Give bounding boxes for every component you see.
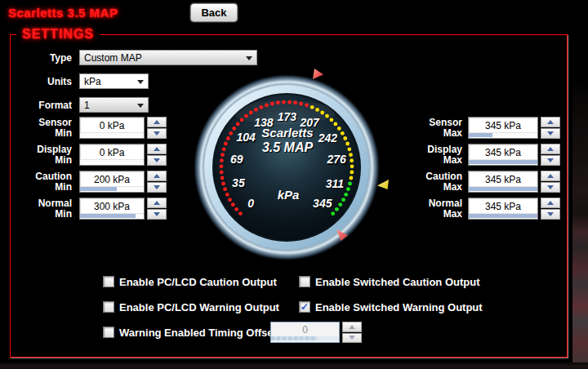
gauge-dot [220, 158, 224, 162]
gauge-dot [320, 111, 324, 115]
caution-min-field[interactable]: 200 kPa [79, 171, 145, 193]
gauge-scale-label: 345 [313, 197, 332, 210]
gauge-title-line2: 3.5 MAP [262, 140, 314, 154]
timing-offset-checkbox[interactable] [103, 327, 114, 338]
gauge-scale-label: 242 [318, 131, 338, 144]
gauge-dot [337, 127, 341, 131]
spinner-up-button[interactable] [541, 171, 560, 181]
sensor-min-label: Sensor Min [23, 118, 72, 139]
gauge-dot [331, 211, 335, 216]
caution-min-label: Caution Min [23, 171, 72, 193]
gauge-dot [287, 100, 292, 104]
gauge-dot [344, 193, 348, 197]
spinner-down-button[interactable] [541, 209, 560, 220]
display-max-field[interactable]: 345 kPa [468, 144, 538, 166]
gauge-dot [265, 103, 269, 107]
switched-caution-checkbox[interactable] [299, 276, 310, 287]
spinner-down-button[interactable] [541, 155, 560, 166]
spinner-down-button[interactable] [147, 209, 167, 220]
spinner-down-button[interactable] [342, 333, 362, 344]
gauge-dot [310, 105, 314, 109]
normal-max-field[interactable]: 345 kPa [468, 198, 538, 220]
pc-lcd-caution-checkbox[interactable] [103, 276, 114, 287]
units-select[interactable]: kPa [79, 73, 149, 89]
spinner-up-button[interactable] [541, 198, 560, 208]
gauge-dot [232, 127, 236, 131]
units-label: Units [23, 77, 72, 87]
gauge-scale-label: 104 [236, 131, 256, 144]
format-select[interactable]: 1 [79, 97, 149, 113]
gauge-dot [341, 198, 345, 202]
switched-warning-checkbox[interactable]: ✓ [299, 301, 310, 313]
gauge-dot [299, 102, 303, 106]
timing-offset-field[interactable]: 0 [270, 322, 340, 343]
gauge-dot [315, 108, 319, 112]
display-max-label: Display Max [413, 144, 462, 166]
spinner-up-button[interactable] [147, 144, 167, 154]
spinner-down-button[interactable] [147, 182, 167, 193]
spinner-down-button[interactable] [147, 128, 167, 139]
spinner-down-button[interactable] [541, 182, 560, 193]
gauge-dot [335, 207, 339, 211]
spinner-down-button[interactable] [147, 155, 167, 166]
type-select-value: Custom MAP [84, 52, 142, 64]
display-min-label: Display Min [23, 144, 72, 166]
spinner-up-button[interactable] [342, 322, 362, 332]
gauge-dot [293, 100, 297, 104]
spinner-down-button[interactable] [541, 128, 560, 139]
gauge-dot [346, 187, 350, 191]
type-select[interactable]: Custom MAP [79, 50, 257, 65]
gauge-dot [224, 142, 228, 146]
spinner-up-button[interactable] [541, 117, 560, 127]
normal-min-field[interactable]: 300 kPa [79, 198, 145, 220]
gauge-dot [220, 171, 224, 175]
gauge-dot [234, 207, 238, 211]
gauge-dot [240, 118, 244, 122]
gauge-dot [231, 202, 235, 207]
value-bar [80, 186, 144, 191]
pc-lcd-warning-checkbox[interactable] [103, 301, 114, 313]
page-title: Scarletts 3.5 MAP [8, 6, 118, 20]
gauge-dot [220, 164, 224, 168]
value-bar [80, 213, 144, 218]
gauge-dot [350, 158, 354, 162]
spinner-up-button[interactable] [147, 171, 167, 181]
gauge-dot [282, 100, 286, 104]
back-button[interactable]: Back [190, 3, 238, 22]
sensor-min-field[interactable]: 0 kPa [79, 117, 145, 139]
spinner-up-button[interactable] [541, 144, 560, 154]
value-bar [271, 336, 339, 340]
type-label: Type [23, 53, 72, 64]
gauge-svg: 0035356969104104138138173173207207242242… [193, 73, 381, 261]
sensor-max-label: Sensor Max [413, 118, 462, 139]
caution-max-field[interactable]: 345 kPa [468, 171, 538, 193]
gauge-dot [236, 122, 240, 127]
sensor-max-field[interactable]: 345 kPa [468, 117, 538, 139]
gauge-dot [221, 182, 225, 186]
gauge-dot [254, 108, 258, 112]
spinner-up-button[interactable] [147, 117, 167, 127]
gauge-dot [225, 193, 229, 197]
format-label: Format [23, 100, 72, 111]
spinner-up-button[interactable] [147, 198, 167, 208]
gauge-scale-label: 311 [326, 177, 345, 190]
gauge-dot [343, 136, 347, 140]
gauge-dot [305, 103, 309, 107]
gauge-dot [325, 114, 329, 118]
timing-offset-label: Warning Enabled Timing Offset [119, 327, 277, 339]
gauge-dot [249, 111, 253, 115]
gauge-dot [244, 114, 248, 118]
gauge-scale-label: 173 [278, 110, 297, 123]
caution-max-spinner [541, 171, 560, 193]
pc-lcd-warning-label: Enable PC/LCD Warning Output [119, 301, 279, 313]
gauge-dot [349, 153, 353, 157]
display-max-spinner [541, 144, 560, 166]
gauge-units-label: kPa [278, 188, 300, 202]
normal-min-label: Normal Min [23, 198, 72, 220]
gauge-title-line1: Scarletts [261, 126, 313, 140]
gauge-dot [220, 176, 225, 180]
format-select-value: 1 [84, 100, 90, 111]
gauge-dot [333, 122, 337, 127]
display-min-field[interactable]: 0 kPa [79, 144, 145, 166]
gauge-dot [330, 118, 334, 122]
